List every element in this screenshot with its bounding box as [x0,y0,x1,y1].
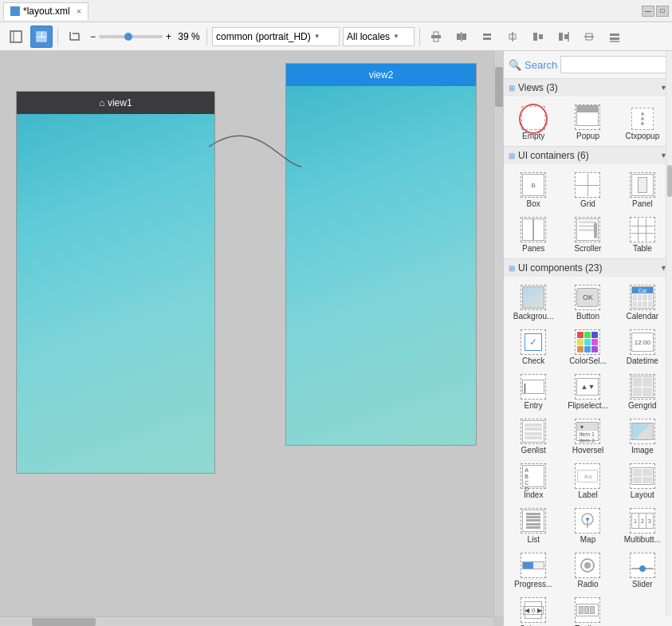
window-controls: — □ [642,6,669,17]
align-button-3[interactable] [476,26,498,48]
ui-components-header[interactable]: ⊞ UI components (23) ▼ [504,259,672,277]
view1-frame[interactable]: ⌂ view1 [16,91,215,474]
panel-item-index[interactable]: A B C D Index [507,459,560,502]
check-icon: ✓ [521,329,546,355]
entry-icon [521,374,546,400]
svg-rect-12 [457,33,461,40]
box-label: Box [527,199,540,208]
search-input[interactable] [560,56,672,73]
canvas-scrollbar-x[interactable] [0,616,493,626]
zoom-plus-button[interactable]: + [164,31,173,42]
panel-icon [630,172,655,198]
panel-item-toolbar[interactable]: Toolbar [561,593,614,626]
search-label: Search [525,59,557,71]
panel-item-table[interactable]: Table [616,212,669,255]
panel-item-multibutt[interactable]: 1 2 3 Multibutt... [616,503,669,546]
panel-item-scroller[interactable]: Scroller [561,212,614,255]
views-section-icon: ⊞ [509,84,515,93]
views-items-grid: Empty Popup [504,96,672,146]
editor-tab[interactable]: *layout.xml × [3,2,88,20]
search-icon: 🔍 [509,59,521,71]
align-button-5[interactable] [527,26,549,48]
align-button-4[interactable] [501,26,524,48]
zoom-minus-button[interactable]: − [88,31,97,42]
canvas-area[interactable]: ⌂ view1 view2 [0,51,503,626]
calendar-icon: Cal [630,285,655,310]
align-button-7[interactable] [578,26,600,48]
radio-label: Radio [577,580,598,589]
tab-close-button[interactable]: × [77,6,81,16]
scroller-icon [575,217,600,242]
panel-item-grid[interactable]: Grid [561,167,614,211]
align-button-1[interactable] [425,26,447,48]
panel-item-popup[interactable]: Popup [561,100,614,143]
panel-item-radio[interactable]: Radio [561,548,614,591]
crop-button[interactable] [63,26,85,48]
layout-dropdown[interactable]: common (portrait_HD) ▼ [212,27,340,46]
panel-scrollbar[interactable] [666,51,672,616]
right-panel-scroll[interactable]: ⊞ Views (3) ▼ Empty [504,79,672,626]
label-label: Label [578,490,597,499]
toolbar-separator-1 [57,28,58,45]
svg-rect-13 [462,33,466,40]
panel-item-label[interactable]: Aa Label [561,459,614,502]
ui-containers-icon: ⊞ [509,152,515,160]
panel-item-hoversel[interactable]: ▼ Item 1 Item 2 Hoversel [561,414,614,457]
canvas-scrollbar-y[interactable] [493,51,503,616]
panel-item-flipselect[interactable]: ▲▼ Flipselect... [561,369,614,412]
panel-item-panes[interactable]: Panes [507,212,560,255]
panel-item-background[interactable]: Backgrou... [507,280,560,323]
panel-item-datetime[interactable]: 12:00 Datetime [616,325,669,368]
colorsel-label: ColorSel... [569,356,607,365]
ui-containers-header[interactable]: ⊞ UI containers (6) ▼ [504,147,672,164]
main-layout: ⌂ view1 view2 🔍 Search ▶ [0,51,672,626]
panel-item-button[interactable]: OK Button [561,280,614,323]
panel-item-map[interactable]: Map [561,503,614,546]
panel-item-entry[interactable]: Entry [507,369,560,412]
svg-rect-27 [610,37,619,40]
panel-item-colorsel[interactable]: ColorSel... [561,325,614,368]
image-label: Image [631,446,654,455]
view2-titlebar: view2 [286,64,476,86]
tab-icon [10,6,20,16]
align-button-2[interactable] [450,26,473,48]
panel-item-calendar[interactable]: Cal [616,280,669,323]
layout-view-button[interactable] [5,26,27,48]
panel-item-layout[interactable]: Layout [616,459,669,502]
zoom-slider[interactable] [99,35,163,38]
calendar-label: Calendar [627,312,659,321]
view2-title: view2 [369,69,394,81]
panel-item-progress[interactable]: Progress... [507,548,560,591]
canvas-scroll-thumb-x [32,618,96,626]
views-section: ⊞ Views (3) ▼ Empty [504,79,672,147]
multibutt-icon: 1 2 3 [630,508,655,533]
view2-frame[interactable]: view2 [285,63,477,446]
panel-item-list[interactable]: List [507,503,560,546]
align-button-6[interactable] [552,26,575,48]
progress-label: Progress... [514,580,552,589]
entry-label: Entry [524,401,542,410]
panel-item-panel[interactable]: Panel [616,167,669,211]
svg-rect-0 [10,31,22,42]
panel-item-check[interactable]: ✓ Check [507,325,560,368]
panel-item-box[interactable]: B Box [507,167,560,211]
panel-item-gengrid[interactable]: Gengrid [616,369,669,412]
panel-item-genlist[interactable]: Genlist [507,414,560,457]
panel-item-ctxpopup[interactable]: Ctxpopup [616,100,669,143]
panel-item-empty[interactable]: Empty [507,100,560,143]
design-view-button[interactable] [30,26,53,48]
panel-item-slider[interactable]: Slider [616,548,669,591]
panes-icon [521,217,546,242]
views-section-header[interactable]: ⊞ Views (3) ▼ [504,79,672,96]
ui-components-icon: ⊞ [509,264,515,273]
locale-dropdown[interactable]: All locales ▼ [343,27,415,46]
panel-item-image[interactable]: Image [616,414,669,457]
check-label: Check [522,356,544,365]
gengrid-icon [630,374,655,400]
restore-button[interactable]: □ [656,6,669,17]
minimize-button[interactable]: — [642,6,654,17]
align-button-8[interactable] [603,26,626,48]
panel-item-spinner[interactable]: ◀ 0 ▶ Spinner [507,593,560,626]
ctxpopup-icon [631,108,654,130]
background-icon [521,285,546,310]
